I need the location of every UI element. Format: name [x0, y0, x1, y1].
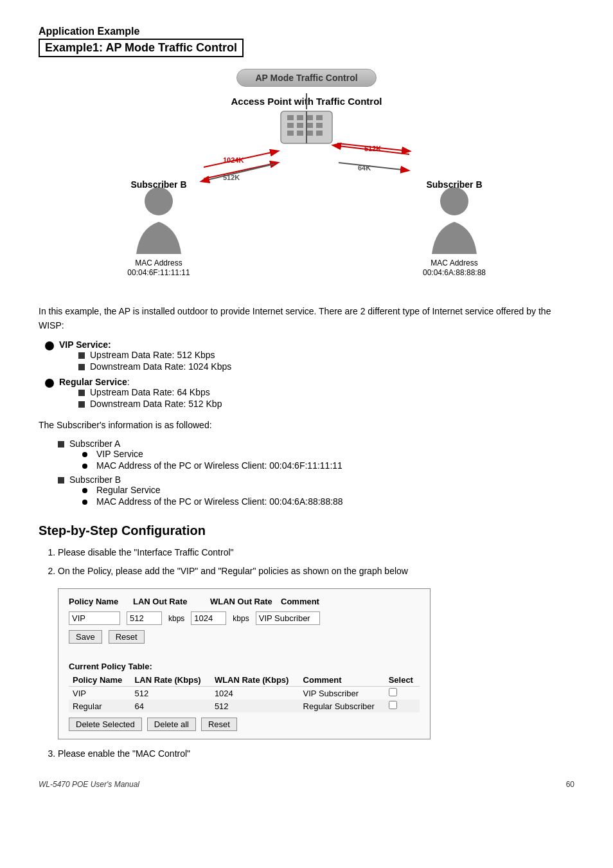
step-section-title: Step-by-Step Configuration	[39, 523, 574, 538]
diagram-container: AP Mode Traffic Control Access Point wit…	[39, 69, 574, 293]
svg-text:1024K: 1024K	[223, 156, 244, 164]
step-1: Please disable the "Interface Traffic Co…	[58, 546, 574, 559]
svg-rect-4	[306, 115, 313, 120]
svg-text:512K: 512K	[364, 145, 381, 152]
intro-text: In this example, the AP is installed out…	[39, 304, 574, 333]
row1-select[interactable]	[385, 687, 420, 700]
svg-rect-13	[316, 131, 323, 136]
row1-checkbox[interactable]	[389, 688, 397, 696]
col-header-comment: Comment	[299, 674, 385, 687]
policy-table: Policy Name LAN Rate (Kbps) WLAN Rate (K…	[69, 674, 420, 712]
svg-rect-2	[287, 115, 294, 120]
kbps-label-2: kbps	[233, 614, 249, 623]
form-input-row: kbps kbps	[69, 611, 420, 625]
delete-all-button[interactable]: Delete all	[147, 718, 196, 731]
table-actions: Delete Selected Delete all Reset	[69, 718, 420, 731]
reset-button[interactable]: Reset	[109, 630, 145, 644]
kbps-label-1: kbps	[168, 614, 184, 623]
svg-text:00:04:6F:11:11:11: 00:04:6F:11:11:11	[127, 268, 190, 277]
section-title: Application Example	[39, 26, 574, 37]
svg-rect-5	[316, 115, 323, 120]
vip-bullet	[45, 341, 54, 350]
lan-rate-input[interactable]	[127, 611, 162, 625]
sub-a-label: Subscriber A	[69, 439, 120, 449]
ap-mode-badge: AP Mode Traffic Control	[236, 69, 376, 87]
row2-checkbox[interactable]	[389, 701, 397, 709]
footer: WL-5470 POE User's Manual 60	[39, 780, 574, 789]
sub-a-d2-bullet	[82, 464, 87, 469]
col-header-select: Select	[385, 674, 420, 687]
row2-name: Regular	[69, 700, 130, 712]
save-button[interactable]: Save	[69, 630, 102, 644]
comment-input[interactable]	[256, 611, 320, 625]
diagram-svg: Access Point with Traffic Control Subscr…	[88, 93, 525, 293]
row2-lan: 64	[130, 700, 210, 712]
regular-bullet	[45, 379, 54, 388]
svg-rect-7	[297, 123, 303, 128]
regular-label: Regular Service:	[59, 377, 130, 387]
svg-text:Subscriber B: Subscriber B	[426, 179, 482, 190]
sub-b-bullet	[58, 477, 64, 484]
sub-a-d1-bullet	[82, 452, 87, 457]
svg-rect-6	[287, 123, 294, 128]
svg-line-27	[207, 164, 274, 180]
table-row: Regular 64 512 Regular Subscriber	[69, 700, 420, 712]
subscriber-intro: The Subscriber's information is as follo…	[39, 418, 574, 432]
svg-point-16	[145, 187, 173, 215]
row2-comment: Regular Subscriber	[299, 700, 385, 712]
row1-lan: 512	[130, 687, 210, 700]
vip-label: VIP Service:	[59, 339, 111, 350]
svg-text:MAC Address: MAC Address	[135, 258, 182, 267]
row1-comment: VIP Subscriber	[299, 687, 385, 700]
wlan-rate-input[interactable]	[191, 611, 226, 625]
svg-point-17	[440, 187, 468, 215]
footer-center: 60	[566, 780, 574, 789]
svg-text:00:04:6A:88:88:88: 00:04:6A:88:88:88	[423, 268, 486, 277]
policy-ui-box: Policy Name LAN Out Rate WLAN Out Rate C…	[58, 588, 431, 739]
svg-text:512K: 512K	[223, 174, 240, 181]
sub-a-detail-1: VIP Service	[96, 449, 143, 459]
col-header-wlan: WLAN Rate (Kbps)	[211, 674, 299, 687]
form-buttons-row: Save Reset	[69, 630, 420, 644]
subscriber-list: Subscriber A VIP Service MAC Address of …	[58, 439, 574, 508]
sub-b-detail-2: MAC Address of the PC or Wireless Client…	[96, 496, 343, 507]
sub-b-detail-1: Regular Service	[96, 485, 161, 495]
delete-selected-button[interactable]: Delete Selected	[69, 718, 142, 731]
sub-b-label: Subscriber B	[69, 475, 121, 485]
lan-out-rate-label: LAN Out Rate	[133, 597, 197, 606]
square-bullet	[78, 390, 85, 396]
vip-upstream: Upstream Data Rate: 512 Kbps	[90, 350, 215, 360]
svg-rect-10	[287, 131, 294, 136]
col-header-lan: LAN Rate (Kbps)	[130, 674, 210, 687]
svg-text:MAC Address: MAC Address	[431, 258, 477, 267]
square-bullet	[78, 352, 85, 359]
form-header-row: Policy Name LAN Out Rate WLAN Out Rate C…	[69, 597, 420, 606]
square-bullet	[78, 401, 85, 408]
svg-rect-11	[297, 131, 303, 136]
vip-downstream: Downstream Data Rate: 1024 Kbps	[90, 361, 231, 372]
policy-name-input[interactable]	[69, 611, 120, 625]
regular-downstream: Downstream Data Rate: 512 Kbp	[90, 399, 222, 409]
row1-name: VIP	[69, 687, 130, 700]
svg-text:Subscriber B: Subscriber B	[130, 179, 186, 190]
sub-b-d1-bullet	[82, 488, 87, 493]
step-2: On the Policy, please add the "VIP" and …	[58, 565, 574, 578]
row1-wlan: 1024	[211, 687, 299, 700]
regular-upstream: Upstream Data Rate: 64 Kbps	[90, 387, 210, 397]
footer-left: WL-5470 POE User's Manual	[39, 780, 139, 789]
sub-a-detail-2: MAC Address of the PC or Wireless Client…	[96, 460, 342, 471]
svg-rect-3	[297, 115, 303, 120]
svg-rect-9	[316, 123, 323, 128]
col-header-name: Policy Name	[69, 674, 130, 687]
sub-a-bullet	[58, 441, 64, 448]
table-reset-button[interactable]: Reset	[201, 718, 237, 731]
current-policy-label: Current Policy Table:	[69, 662, 420, 671]
regular-sub-list: Upstream Data Rate: 64 Kbps Downstream D…	[78, 387, 222, 409]
table-row: VIP 512 1024 VIP Subscriber	[69, 687, 420, 700]
vip-sub-list: Upstream Data Rate: 512 Kbps Downstream …	[78, 350, 231, 372]
row2-select[interactable]	[385, 700, 420, 712]
example-title: Example1: AP Mode Traffic Control	[39, 39, 244, 57]
step-3: Please enable the "MAC Control"	[58, 747, 574, 761]
policy-name-label: Policy Name	[69, 597, 127, 606]
wlan-out-rate-label: WLAN Out Rate	[210, 597, 274, 606]
